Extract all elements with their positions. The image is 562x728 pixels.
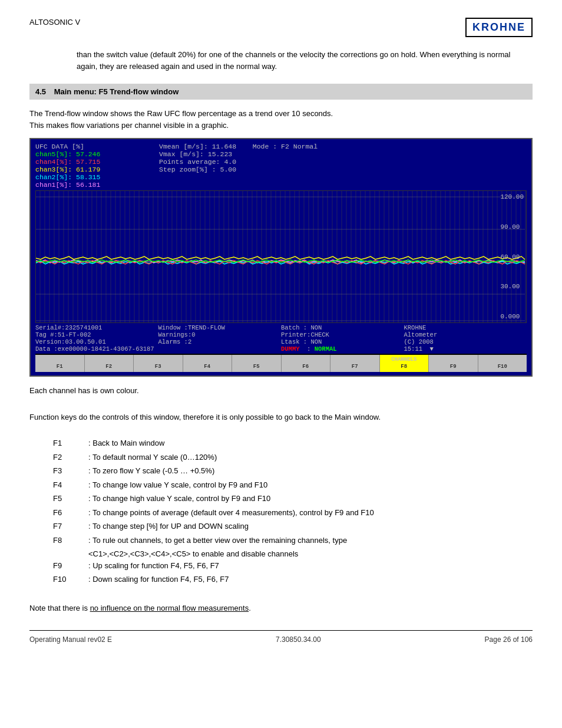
ufc-label: UFC DATA [%] — [35, 143, 159, 150]
fkey-desc-f5: F5 : To change high value Y scale, contr… — [53, 493, 533, 505]
page-footer: Operating Manual rev02 E 7.30850.34.00 P… — [29, 630, 533, 644]
krohne-logo: KROHNE — [465, 18, 533, 37]
fkey-down[interactable]: DOWN F10 — [478, 355, 527, 372]
fkey-scalehigh[interactable]: SCALEhigh F5 — [232, 355, 282, 372]
dummy-normal-line: DUMMY : NORMAL — [281, 345, 404, 353]
points-avg: Points average: 4.0 — [159, 158, 527, 166]
section-intro: The Trend-flow window shows the Raw UFC … — [29, 108, 533, 131]
ltask-line: Ltask : NON — [281, 338, 404, 345]
fkey-zoom[interactable]: ZOOM F7 — [330, 355, 380, 372]
status-col1: Serial#:2325741001 Tag #:51-FT-002 Versi… — [35, 324, 158, 353]
serial-line: Serial#:2325741001 — [35, 324, 158, 331]
fkey-desc-f1: F1 : Back to Main window — [53, 437, 533, 449]
y-label-0: 0.000 — [500, 313, 524, 320]
fkey-main[interactable]: MAIN F1 — [35, 355, 85, 372]
altometer-line: Altometer — [404, 331, 527, 338]
chan4-row: chan4[%]: 57.715 — [35, 158, 159, 166]
section-number: 4.5 — [35, 87, 46, 96]
window-line: Window :TREND-FLOW — [158, 324, 282, 331]
chan5-row: chan5[%]: 57.246 — [35, 150, 159, 158]
data-line: Data :exe00000-18421-43067-63187 — [35, 345, 158, 353]
fkey-bar: MAIN F1 NORMALn F2 ZEROm F3 SCALElow F4 … — [35, 354, 527, 372]
doc-title: ALTOSONIC V — [29, 18, 80, 27]
page-header: ALTOSONIC V KROHNE — [29, 18, 533, 37]
note-underline: no influence on the normal flow measurem… — [90, 604, 249, 612]
batch-line: Batch : NON — [281, 324, 404, 331]
fkey-normaln[interactable]: NORMALn F2 — [85, 355, 134, 372]
section-heading: 4.5 Main menu: F5 Trend-flow window — [29, 84, 533, 100]
note-text: Note that there is no influence on the n… — [29, 604, 533, 612]
fkey-desc-f2: F2 : To default normal Y scale (0…120%) — [53, 452, 533, 463]
desc2: Function keys do the controls of this wi… — [29, 411, 533, 423]
tag-line: Tag #:51-FT-002 — [35, 331, 158, 338]
time-line: 15:11 ▼ — [404, 345, 527, 353]
fkey-description-list: F1 : Back to Main window F2 : To default… — [53, 437, 533, 585]
fkey-desc-f8: F8 : To rule out channels, to get a bett… — [53, 535, 533, 546]
vmax: Vmax [m/s]: 15.223 — [159, 150, 527, 158]
footer-center: 7.30850.34.00 — [276, 635, 321, 644]
desc1: Each channel has is own colour. — [29, 385, 533, 397]
printer-line: Printer:CHECK — [281, 331, 404, 338]
step-zoom: Step zoom[%] : 5.00 — [159, 166, 527, 173]
y-label-60: 60.00 — [500, 253, 524, 261]
version-line: Version:03.00.50.01 — [35, 338, 158, 345]
fkey-desc-f4: F4 : To change low value Y scale, contro… — [53, 479, 533, 491]
status-col4: KROHNE Altometer (C) 2008 15:11 ▼ — [404, 324, 527, 353]
status-col3: Batch : NON Printer:CHECK Ltask : NON DU… — [281, 324, 404, 353]
chan3-row: chan3[%]: 61.179 — [35, 166, 159, 173]
y-axis-labels: 120.00 90.00 60.00 30.00 0.000 — [500, 191, 524, 322]
chart-svg — [36, 191, 526, 322]
fkey-desc-f6: F6 : To change points of average (defaul… — [53, 507, 533, 519]
terminal-screen: UFC DATA [%] chan5[%]: 57.246 chan4[%]: … — [29, 138, 533, 377]
footer-left: Operating Manual rev02 E — [29, 635, 112, 644]
fkey-scalelow[interactable]: SCALElow F4 — [183, 355, 233, 372]
fkey-desc-f9: F9 : Up scaling for function F4, F5, F6,… — [53, 560, 533, 572]
chan1-row: chan1[%]: 56.181 — [35, 181, 159, 189]
section-title: Main menu: F5 Trend-flow window — [54, 87, 179, 96]
fkey-desc-f8-sub: <C1>,<C2>,<C3>,<C4>,<C5> to enable and d… — [88, 548, 533, 560]
krohne-line: KROHNE — [404, 324, 527, 331]
vmean: Vmean [m/s]: 11.648 Mode : F2 Normal — [159, 143, 527, 150]
fkey-channels[interactable]: CHANNELS F8 — [380, 355, 429, 372]
svg-rect-1 — [36, 191, 526, 322]
status-col2: Window :TREND-FLOW Warnings:0 Alarms :2 — [158, 324, 282, 353]
status-bar: Serial#:2325741001 Tag #:51-FT-002 Versi… — [35, 323, 527, 354]
copy-line: (C) 2008 — [404, 338, 527, 345]
warnings-line: Warnings:0 — [158, 331, 282, 338]
blank-line — [158, 345, 282, 353]
chan2-row: chan2[%]: 58.315 — [35, 173, 159, 181]
alarms-line: Alarms :2 — [158, 338, 282, 345]
y-label-90: 90.00 — [500, 223, 524, 230]
fkey-up[interactable]: UP F9 — [429, 355, 478, 372]
chart-area: 120.00 90.00 60.00 30.00 0.000 — [35, 190, 527, 323]
y-label-120: 120.00 — [500, 193, 524, 200]
fkey-zerom[interactable]: ZEROm F3 — [134, 355, 183, 372]
fkey-desc-f10: F10 : Down scaling for function F4, F5, … — [53, 574, 533, 585]
fkey-average[interactable]: AVERAGE F6 — [282, 355, 331, 372]
intro-paragraph: than the switch value (default 20%) for … — [77, 49, 533, 72]
footer-right: Page 26 of 106 — [485, 635, 533, 644]
y-label-30: 30.00 — [500, 283, 524, 290]
fkey-desc-f7: F7 : To change step [%] for UP and DOWN … — [53, 521, 533, 532]
fkey-desc-f3: F3 : To zero flow Y scale (-0.5 … +0.5%) — [53, 465, 533, 477]
